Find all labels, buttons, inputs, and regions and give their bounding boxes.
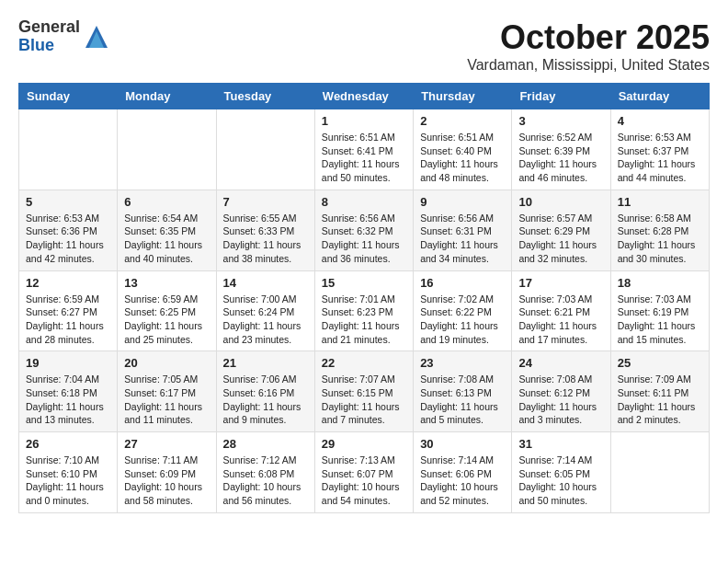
- calendar-cell: 6Sunrise: 6:54 AMSunset: 6:35 PMDaylight…: [118, 190, 216, 270]
- day-number: 13: [124, 276, 209, 290]
- day-info: Sunrise: 6:54 AMSunset: 6:35 PMDaylight:…: [124, 212, 209, 266]
- day-info: Sunrise: 7:11 AMSunset: 6:09 PMDaylight:…: [124, 454, 209, 508]
- calendar-week-row: 19Sunrise: 7:04 AMSunset: 6:18 PMDayligh…: [19, 351, 710, 432]
- calendar-cell: 15Sunrise: 7:01 AMSunset: 6:23 PMDayligh…: [314, 270, 413, 351]
- day-header-friday: Friday: [512, 84, 610, 109]
- day-number: 12: [26, 276, 110, 290]
- calendar-cell: 5Sunrise: 6:53 AMSunset: 6:36 PMDaylight…: [19, 190, 118, 270]
- day-header-saturday: Saturday: [610, 84, 709, 109]
- title-block: October 2025 Vardaman, Mississippi, Unit…: [467, 18, 710, 74]
- day-number: 26: [26, 437, 110, 451]
- day-info: Sunrise: 7:14 AMSunset: 6:05 PMDaylight:…: [518, 454, 603, 508]
- logo-text: General Blue: [18, 18, 80, 55]
- day-number: 1: [322, 114, 406, 128]
- calendar-cell: 21Sunrise: 7:06 AMSunset: 6:16 PMDayligh…: [216, 351, 314, 432]
- day-info: Sunrise: 6:56 AMSunset: 6:32 PMDaylight:…: [322, 212, 406, 266]
- day-info: Sunrise: 6:53 AMSunset: 6:37 PMDaylight:…: [618, 131, 702, 185]
- day-header-monday: Monday: [118, 84, 216, 109]
- day-number: 6: [124, 195, 209, 209]
- day-number: 24: [518, 356, 603, 370]
- calendar-cell: 23Sunrise: 7:08 AMSunset: 6:13 PMDayligh…: [414, 351, 512, 432]
- day-info: Sunrise: 7:05 AMSunset: 6:17 PMDaylight:…: [124, 373, 209, 427]
- day-info: Sunrise: 7:09 AMSunset: 6:11 PMDaylight:…: [618, 373, 702, 427]
- day-info: Sunrise: 6:58 AMSunset: 6:28 PMDaylight:…: [618, 212, 702, 266]
- calendar-cell: 4Sunrise: 6:53 AMSunset: 6:37 PMDaylight…: [610, 109, 709, 190]
- calendar-cell: 10Sunrise: 6:57 AMSunset: 6:29 PMDayligh…: [512, 190, 610, 270]
- day-number: 7: [223, 195, 308, 209]
- calendar-cell: 9Sunrise: 6:56 AMSunset: 6:31 PMDaylight…: [414, 190, 512, 270]
- day-info: Sunrise: 7:01 AMSunset: 6:23 PMDaylight:…: [322, 293, 406, 347]
- calendar-cell: 20Sunrise: 7:05 AMSunset: 6:17 PMDayligh…: [118, 351, 216, 432]
- calendar-cell: [610, 432, 709, 513]
- day-info: Sunrise: 7:02 AMSunset: 6:22 PMDaylight:…: [420, 293, 505, 347]
- logo-blue: Blue: [18, 37, 80, 55]
- day-info: Sunrise: 7:14 AMSunset: 6:06 PMDaylight:…: [420, 454, 505, 508]
- calendar-week-row: 1Sunrise: 6:51 AMSunset: 6:41 PMDaylight…: [19, 109, 710, 190]
- day-info: Sunrise: 7:13 AMSunset: 6:07 PMDaylight:…: [322, 454, 406, 508]
- day-number: 3: [518, 114, 603, 128]
- day-info: Sunrise: 6:59 AMSunset: 6:27 PMDaylight:…: [26, 293, 110, 347]
- day-info: Sunrise: 7:00 AMSunset: 6:24 PMDaylight:…: [223, 293, 308, 347]
- calendar-cell: 28Sunrise: 7:12 AMSunset: 6:08 PMDayligh…: [216, 432, 314, 513]
- day-info: Sunrise: 7:03 AMSunset: 6:21 PMDaylight:…: [518, 293, 603, 347]
- day-number: 14: [223, 276, 308, 290]
- calendar-cell: 12Sunrise: 6:59 AMSunset: 6:27 PMDayligh…: [19, 270, 118, 351]
- calendar-cell: 16Sunrise: 7:02 AMSunset: 6:22 PMDayligh…: [414, 270, 512, 351]
- calendar-cell: 11Sunrise: 6:58 AMSunset: 6:28 PMDayligh…: [610, 190, 709, 270]
- day-info: Sunrise: 6:52 AMSunset: 6:39 PMDaylight:…: [518, 131, 603, 185]
- day-info: Sunrise: 6:57 AMSunset: 6:29 PMDaylight:…: [518, 212, 603, 266]
- calendar-cell: [19, 109, 118, 190]
- day-number: 10: [518, 195, 603, 209]
- day-number: 2: [420, 114, 505, 128]
- page-header: General Blue October 2025 Vardaman, Miss…: [18, 18, 710, 74]
- calendar-week-row: 26Sunrise: 7:10 AMSunset: 6:10 PMDayligh…: [19, 432, 710, 513]
- day-info: Sunrise: 6:51 AMSunset: 6:40 PMDaylight:…: [420, 131, 505, 185]
- day-number: 23: [420, 356, 505, 370]
- calendar-cell: 3Sunrise: 6:52 AMSunset: 6:39 PMDaylight…: [512, 109, 610, 190]
- day-number: 16: [420, 276, 505, 290]
- day-number: 27: [124, 437, 209, 451]
- calendar-cell: 17Sunrise: 7:03 AMSunset: 6:21 PMDayligh…: [512, 270, 610, 351]
- day-info: Sunrise: 7:10 AMSunset: 6:10 PMDaylight:…: [26, 454, 110, 508]
- calendar-cell: [216, 109, 314, 190]
- calendar-cell: 19Sunrise: 7:04 AMSunset: 6:18 PMDayligh…: [19, 351, 118, 432]
- day-info: Sunrise: 6:56 AMSunset: 6:31 PMDaylight:…: [420, 212, 505, 266]
- calendar-cell: 29Sunrise: 7:13 AMSunset: 6:07 PMDayligh…: [314, 432, 413, 513]
- day-info: Sunrise: 7:08 AMSunset: 6:13 PMDaylight:…: [420, 373, 505, 427]
- day-number: 21: [223, 356, 308, 370]
- calendar-cell: 22Sunrise: 7:07 AMSunset: 6:15 PMDayligh…: [314, 351, 413, 432]
- day-info: Sunrise: 6:53 AMSunset: 6:36 PMDaylight:…: [26, 212, 110, 266]
- calendar-cell: 24Sunrise: 7:08 AMSunset: 6:12 PMDayligh…: [512, 351, 610, 432]
- calendar-cell: 8Sunrise: 6:56 AMSunset: 6:32 PMDaylight…: [314, 190, 413, 270]
- calendar-cell: 7Sunrise: 6:55 AMSunset: 6:33 PMDaylight…: [216, 190, 314, 270]
- calendar-cell: 26Sunrise: 7:10 AMSunset: 6:10 PMDayligh…: [19, 432, 118, 513]
- day-number: 5: [26, 195, 110, 209]
- day-info: Sunrise: 7:12 AMSunset: 6:08 PMDaylight:…: [223, 454, 308, 508]
- calendar-week-row: 12Sunrise: 6:59 AMSunset: 6:27 PMDayligh…: [19, 270, 710, 351]
- location: Vardaman, Mississippi, United States: [467, 57, 710, 74]
- day-info: Sunrise: 7:04 AMSunset: 6:18 PMDaylight:…: [26, 373, 110, 427]
- day-number: 25: [618, 356, 702, 370]
- logo-icon: [84, 24, 109, 50]
- day-number: 28: [223, 437, 308, 451]
- day-header-wednesday: Wednesday: [314, 84, 413, 109]
- day-number: 20: [124, 356, 209, 370]
- day-number: 17: [518, 276, 603, 290]
- day-number: 4: [618, 114, 702, 128]
- calendar-cell: 25Sunrise: 7:09 AMSunset: 6:11 PMDayligh…: [610, 351, 709, 432]
- day-header-tuesday: Tuesday: [216, 84, 314, 109]
- day-number: 11: [618, 195, 702, 209]
- calendar-cell: 14Sunrise: 7:00 AMSunset: 6:24 PMDayligh…: [216, 270, 314, 351]
- calendar-cell: 1Sunrise: 6:51 AMSunset: 6:41 PMDaylight…: [314, 109, 413, 190]
- month-title: October 2025: [467, 18, 710, 57]
- day-header-sunday: Sunday: [19, 84, 118, 109]
- day-number: 29: [322, 437, 406, 451]
- calendar-cell: [118, 109, 216, 190]
- day-info: Sunrise: 6:59 AMSunset: 6:25 PMDaylight:…: [124, 293, 209, 347]
- logo-general: General: [18, 18, 80, 37]
- calendar-week-row: 5Sunrise: 6:53 AMSunset: 6:36 PMDaylight…: [19, 190, 710, 270]
- calendar-cell: 18Sunrise: 7:03 AMSunset: 6:19 PMDayligh…: [610, 270, 709, 351]
- day-info: Sunrise: 6:55 AMSunset: 6:33 PMDaylight:…: [223, 212, 308, 266]
- day-number: 19: [26, 356, 110, 370]
- day-info: Sunrise: 6:51 AMSunset: 6:41 PMDaylight:…: [322, 131, 406, 185]
